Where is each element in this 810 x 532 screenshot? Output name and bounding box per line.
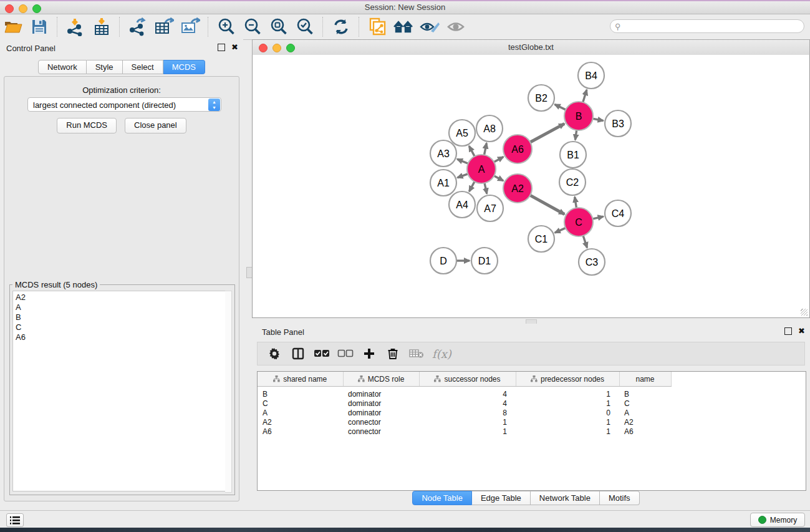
graph-edge-A-A5[interactable]	[469, 146, 475, 157]
network-close-button[interactable]	[259, 44, 268, 52]
table-row[interactable]: A6connector11A6	[258, 427, 806, 436]
tab-style[interactable]: Style	[87, 60, 123, 74]
run-mcds-button[interactable]: Run MCDS	[57, 118, 117, 133]
network-minimize-button[interactable]	[272, 44, 281, 52]
column-header-name[interactable]: name	[619, 372, 671, 387]
table-cell[interactable]: A6	[619, 427, 671, 436]
function-builder-icon[interactable]: f(x)	[432, 347, 451, 360]
close-table-panel-icon[interactable]: ✖	[798, 328, 805, 334]
tab-mcds[interactable]: MCDS	[163, 60, 205, 74]
table-cell[interactable]: dominator	[343, 387, 419, 399]
import-table-icon[interactable]	[91, 17, 112, 37]
table-cell[interactable]: A2	[258, 417, 343, 427]
tab-edge-table[interactable]: Edge Table	[472, 491, 531, 505]
table-cell[interactable]: A	[619, 408, 671, 417]
first-neighbors-icon[interactable]	[393, 17, 414, 37]
table-cell[interactable]: 1	[516, 399, 619, 408]
table-row[interactable]: A2connector11A2	[258, 417, 806, 427]
delete-column-icon[interactable]	[383, 346, 402, 362]
table-cell[interactable]: dominator	[343, 408, 419, 417]
column-header-successor-nodes[interactable]: successor nodes	[419, 372, 516, 387]
tab-motifs[interactable]: Motifs	[600, 491, 640, 505]
table-row[interactable]: Bdominator41B	[258, 387, 806, 399]
zoom-in-icon[interactable]	[216, 17, 237, 37]
column-header-MCDS-role[interactable]: MCDS role	[343, 372, 419, 387]
new-network-from-selection-icon[interactable]	[367, 17, 388, 37]
node-table[interactable]: shared nameMCDS rolesuccessor nodesprede…	[257, 371, 806, 491]
mcds-result-item[interactable]: A	[16, 302, 225, 312]
zoom-out-icon[interactable]	[242, 17, 263, 37]
table-cell[interactable]: B	[258, 387, 343, 399]
graph-edge-C-C1[interactable]	[555, 228, 567, 233]
graph-edge-B-B4[interactable]	[582, 90, 587, 104]
mcds-result-list[interactable]: A2ABCA6	[12, 291, 226, 491]
export-network-icon[interactable]	[127, 17, 148, 37]
graph-edge-B-B2[interactable]	[555, 104, 567, 110]
window-resize-grip[interactable]	[801, 309, 808, 316]
table-cell[interactable]: 4	[419, 387, 516, 399]
task-history-button[interactable]	[6, 513, 24, 527]
optimization-criterion-select[interactable]: largest connected component (directed) ▲…	[27, 97, 221, 112]
column-visibility-icon[interactable]	[289, 346, 307, 362]
save-session-icon[interactable]	[29, 17, 50, 37]
table-cell[interactable]: C	[619, 399, 671, 408]
hide-selected-icon[interactable]	[419, 17, 440, 37]
graph-edge-A6-B[interactable]	[529, 123, 564, 143]
table-cell[interactable]: 8	[419, 408, 516, 417]
mcds-result-item[interactable]: C	[16, 322, 225, 332]
graph-edge-A-A3[interactable]	[457, 159, 469, 164]
network-canvas[interactable]: B4B2BB3A5A8A6B1A3AA1A2C2A4A7CC4C1C3DD1	[252, 55, 810, 318]
minimize-window-button[interactable]	[19, 4, 27, 13]
table-cell[interactable]: 1	[516, 427, 619, 436]
tab-network[interactable]: Network	[38, 60, 87, 74]
graph-edge-A2-C[interactable]	[529, 195, 564, 214]
export-image-icon[interactable]	[180, 17, 201, 37]
export-table-icon[interactable]	[153, 17, 175, 37]
import-network-icon[interactable]	[65, 17, 86, 37]
mcds-result-item[interactable]: A2	[16, 293, 225, 302]
float-panel-icon[interactable]	[218, 44, 225, 51]
refresh-icon[interactable]	[330, 17, 352, 37]
search-input[interactable]	[610, 19, 804, 33]
column-header-predecessor-nodes[interactable]: predecessor nodes	[516, 372, 619, 387]
table-cell[interactable]: dominator	[343, 399, 419, 408]
table-cell[interactable]: 4	[419, 399, 516, 408]
table-row[interactable]: Cdominator41C	[258, 399, 806, 408]
table-cell[interactable]: connector	[343, 417, 419, 427]
column-header-shared-name[interactable]: shared name	[258, 372, 343, 387]
close-window-button[interactable]	[5, 4, 14, 13]
float-table-panel-icon[interactable]	[784, 327, 792, 335]
table-cell[interactable]: 1	[516, 417, 619, 427]
zoom-fit-icon[interactable]	[268, 17, 289, 37]
table-cell[interactable]: 1	[419, 427, 516, 436]
tab-node-table[interactable]: Node Table	[412, 491, 472, 505]
table-cell[interactable]: B	[619, 387, 671, 399]
open-file-icon[interactable]	[2, 17, 24, 37]
tab-network-table[interactable]: Network Table	[531, 491, 600, 505]
table-cell[interactable]: connector	[343, 427, 419, 436]
table-cell[interactable]: 1	[419, 417, 516, 427]
network-zoom-button[interactable]	[286, 44, 295, 52]
mcds-result-item[interactable]: B	[16, 312, 225, 322]
zoom-selected-icon[interactable]	[294, 17, 316, 37]
mcds-result-item[interactable]: A6	[16, 332, 225, 342]
deselect-all-checkboxes-icon[interactable]	[336, 346, 355, 362]
tab-select[interactable]: Select	[123, 60, 163, 74]
select-all-checkboxes-icon[interactable]	[312, 346, 331, 362]
memory-button[interactable]: Memory	[750, 513, 805, 527]
delete-table-icon[interactable]	[407, 346, 426, 362]
mcds-result-scrollbar[interactable]	[225, 291, 232, 493]
graph-edge-A-A8[interactable]	[484, 143, 486, 157]
zoom-window-button[interactable]	[32, 4, 41, 13]
table-cell[interactable]: 0	[516, 408, 619, 417]
settings-gear-icon[interactable]	[265, 346, 284, 362]
close-panel-icon[interactable]: ✖	[231, 44, 238, 51]
show-all-icon[interactable]	[445, 17, 466, 37]
add-column-icon[interactable]	[360, 346, 378, 362]
table-cell[interactable]: 1	[516, 387, 619, 399]
close-panel-button[interactable]: Close panel	[125, 118, 186, 133]
table-cell[interactable]: A6	[258, 427, 343, 436]
graph-edge-C-C3[interactable]	[583, 235, 587, 248]
table-cell[interactable]: A2	[619, 417, 671, 427]
table-row[interactable]: Adominator80A	[258, 408, 806, 417]
